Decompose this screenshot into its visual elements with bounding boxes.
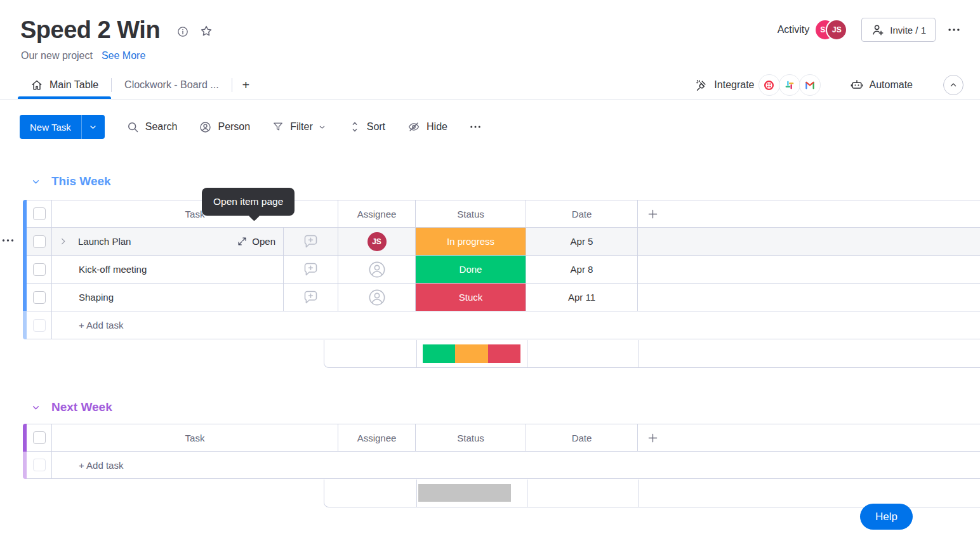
collapse-header-button[interactable] <box>943 75 963 95</box>
tabs: Main Table Clockwork - Board ... + <box>18 71 260 99</box>
board-header: Speed 2 Win <box>20 14 213 46</box>
group-collapse-chevron-icon[interactable] <box>30 176 41 187</box>
unassigned-avatar-icon[interactable] <box>368 288 387 307</box>
select-all-checkbox[interactable] <box>33 431 46 444</box>
new-task-dropdown[interactable] <box>81 115 105 139</box>
activity-avatars[interactable]: SS JS <box>816 20 846 39</box>
table-row-launch-plan[interactable]: Launch Plan Open JS <box>27 228 980 256</box>
task-name-cell[interactable]: Kick-off meeting <box>52 256 284 283</box>
column-header-assignee[interactable]: Assignee <box>338 424 416 451</box>
activity-button[interactable]: Activity <box>778 24 810 36</box>
filter-button[interactable]: Filter <box>272 121 327 133</box>
column-header-task[interactable]: Task <box>52 424 338 451</box>
date-value[interactable]: Apr 8 <box>571 264 593 275</box>
add-task-row[interactable]: + Add task <box>27 452 980 479</box>
group-collapse-chevron-icon[interactable] <box>30 402 41 413</box>
empty-cell <box>638 284 980 311</box>
status-summary-bar[interactable] <box>423 344 520 363</box>
toolbar-more-button[interactable] <box>469 121 482 133</box>
header-actions: Activity SS JS Invite / 1 <box>778 18 961 42</box>
group-title[interactable]: Next Week <box>51 400 112 414</box>
automate-button[interactable]: Automate <box>850 78 913 92</box>
gmail-app-icon[interactable] <box>799 74 821 96</box>
tab-clockwork-board[interactable]: Clockwork - Board ... <box>112 71 231 99</box>
task-name[interactable]: Shaping <box>79 292 114 303</box>
summary-segment-in-progress[interactable] <box>455 344 487 363</box>
column-header-date[interactable]: Date <box>526 424 638 451</box>
search-button[interactable]: Search <box>126 121 178 134</box>
plus-icon <box>646 207 659 221</box>
row-options-menu[interactable] <box>1 236 15 245</box>
filter-funnel-icon <box>272 121 284 133</box>
status-badge[interactable]: Stuck <box>416 284 526 311</box>
row-checkbox[interactable] <box>33 291 46 304</box>
task-name-cell[interactable]: Launch Plan Open <box>52 228 284 255</box>
add-column-button[interactable] <box>638 424 980 451</box>
task-name[interactable]: Kick-off meeting <box>79 264 147 275</box>
group-title[interactable]: This Week <box>51 174 111 188</box>
see-more-link[interactable]: See More <box>102 50 145 62</box>
column-header-status[interactable]: Status <box>416 200 526 227</box>
row-checkbox-disabled <box>33 319 46 332</box>
new-task-button[interactable]: New Task <box>20 115 105 139</box>
integrate-icon <box>694 78 708 92</box>
summary-segment-empty[interactable] <box>418 484 511 502</box>
twilio-app-icon[interactable] <box>758 74 780 96</box>
expand-item-chevron-icon[interactable] <box>58 237 68 246</box>
open-label: Open <box>252 236 275 247</box>
summary-segment-done[interactable] <box>423 344 455 363</box>
column-header-assignee[interactable]: Assignee <box>338 200 416 227</box>
task-name-cell[interactable]: Shaping <box>52 284 284 311</box>
board-menu-button[interactable] <box>947 23 961 37</box>
group-color-bar <box>23 424 27 479</box>
assignee-avatar[interactable]: JS <box>368 232 387 251</box>
unassigned-avatar-icon[interactable] <box>368 260 387 279</box>
add-column-button[interactable] <box>638 200 980 227</box>
eye-off-icon <box>407 120 421 134</box>
avatar-js[interactable]: JS <box>827 20 846 39</box>
invite-person-icon <box>871 23 885 37</box>
status-badge[interactable]: In progress <box>416 228 526 255</box>
add-view-button[interactable]: + <box>232 71 260 99</box>
person-filter-button[interactable]: Person <box>199 121 250 134</box>
date-value[interactable]: Apr 11 <box>568 292 595 303</box>
task-name[interactable]: Launch Plan <box>78 236 131 247</box>
row-checkbox[interactable] <box>33 263 46 276</box>
table-row-shaping[interactable]: Shaping Stuck Apr 11 <box>27 284 980 311</box>
hide-button[interactable]: Hide <box>407 120 447 134</box>
status-badge[interactable]: Done <box>416 256 526 283</box>
open-item-button[interactable]: Open <box>237 228 275 255</box>
summary-segment-stuck[interactable] <box>488 344 520 363</box>
table-row-kick-off-meeting[interactable]: Kick-off meeting Done Apr 8 <box>27 256 980 284</box>
column-header-date[interactable]: Date <box>526 200 638 227</box>
active-tab-underline <box>18 96 111 99</box>
invite-button[interactable]: Invite / 1 <box>861 18 936 42</box>
slack-app-icon[interactable] <box>779 74 800 96</box>
tab-bar: Main Table Clockwork - Board ... + Integ… <box>0 71 980 100</box>
add-update-chat-icon[interactable] <box>302 289 319 306</box>
hide-label: Hide <box>427 121 447 133</box>
add-update-chat-icon[interactable] <box>302 233 319 250</box>
help-button[interactable]: Help <box>860 504 913 530</box>
new-task-label[interactable]: New Task <box>20 115 81 139</box>
column-header-status[interactable]: Status <box>416 424 526 451</box>
add-task-button[interactable]: + Add task <box>52 311 980 339</box>
group-header-next-week[interactable]: Next Week <box>23 398 112 416</box>
open-expand-icon <box>237 236 248 247</box>
integrate-button[interactable]: Integrate <box>694 78 754 92</box>
row-checkbox[interactable] <box>33 235 46 248</box>
group-header-this-week[interactable]: This Week <box>23 173 111 190</box>
column-header-task[interactable]: Task <box>52 200 338 227</box>
board-toolbar: New Task Search Person Filter <box>20 115 482 139</box>
info-icon[interactable] <box>176 25 189 38</box>
add-task-button[interactable]: + Add task <box>52 452 980 478</box>
sort-button[interactable]: Sort <box>348 121 385 133</box>
filter-dropdown-chevron-icon[interactable] <box>317 122 327 132</box>
select-all-checkbox[interactable] <box>33 207 46 220</box>
add-update-chat-icon[interactable] <box>302 261 319 278</box>
tab-main-table[interactable]: Main Table <box>18 71 111 99</box>
status-summary-bar[interactable] <box>418 484 511 502</box>
add-task-row[interactable]: + Add task <box>27 311 980 339</box>
date-value[interactable]: Apr 5 <box>571 236 593 247</box>
favorite-star-icon[interactable] <box>199 24 213 38</box>
